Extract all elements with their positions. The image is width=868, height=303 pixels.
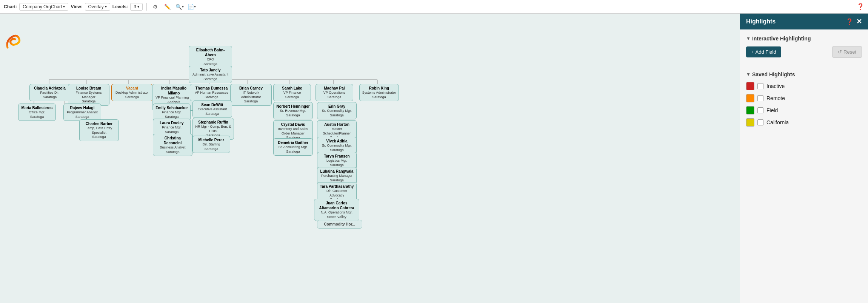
- chevron-interactive: ▼: [746, 36, 751, 41]
- highlights-panel: Highlights ❓ ✕ ▼ Interactive Highlightin…: [740, 14, 868, 303]
- node-juan[interactable]: Juan Carlos Altamarino Cabrera N.A. Oper…: [314, 199, 359, 221]
- remote-label: Remote: [766, 95, 785, 101]
- chevron-saved: ▼: [746, 72, 751, 77]
- california-label: California: [766, 119, 789, 125]
- node-madhav[interactable]: Madhav Pai VP Operations Saratoga: [315, 84, 353, 101]
- node-tato[interactable]: Tato Janely Administrative Assistant Sar…: [189, 66, 232, 83]
- logo: [4, 32, 23, 51]
- toolbar: Chart: Company OrgChart View: Overlay Le…: [0, 0, 868, 14]
- view-select[interactable]: Overlay: [85, 3, 110, 11]
- inactive-color-swatch: [746, 82, 754, 90]
- node-michelle[interactable]: Michelle Perez Dir. Staffing Saratoga: [192, 136, 230, 153]
- node-rajeev[interactable]: Rajeev Halagi Programmer Analyst Saratog…: [63, 104, 101, 121]
- highlight-item-inactive: Inactive: [746, 82, 862, 90]
- btn-row: + Add Field ↺ Reset: [746, 46, 862, 64]
- node-root[interactable]: Elisabeth Bahn-Ahern CFO Saratoga: [189, 46, 232, 68]
- interactive-highlighting-title: ▼ Interactive Highlighting: [746, 36, 862, 42]
- levels-select[interactable]: 3: [130, 3, 143, 11]
- field-color-swatch: [746, 106, 754, 114]
- chart-select[interactable]: Company OrgChart: [19, 3, 68, 11]
- add-field-button[interactable]: + Add Field: [746, 46, 781, 57]
- help-panel-icon[interactable]: ❓: [846, 18, 853, 25]
- highlights-header: Highlights ❓ ✕: [740, 14, 868, 29]
- california-color-swatch: [746, 118, 754, 127]
- highlight-item-california: California: [746, 118, 862, 127]
- highlight-item-field: Field: [746, 106, 862, 114]
- node-sean[interactable]: Sean DeWitt Executive Assistant Saratoga: [192, 100, 232, 118]
- node-claudia[interactable]: Claudia Adriazola Facilities Dir. Sarato…: [29, 84, 70, 101]
- chart-area[interactable]: Elisabeth Bahn-Ahern CFO Saratoga Tato J…: [0, 14, 740, 303]
- highlights-body: ▼ Interactive Highlighting + Add Field ↺…: [740, 29, 868, 303]
- node-christina[interactable]: Christina Deconcini Business Analyst Sar…: [153, 134, 192, 156]
- remote-color-swatch: [746, 94, 754, 102]
- node-brian[interactable]: Brian Carney IT Network Administrator Sa…: [230, 84, 272, 106]
- highlights-title: Highlights: [746, 18, 776, 25]
- california-checkbox[interactable]: [757, 119, 763, 125]
- saved-highlights-section: ▼ Saved Highlights Inactive Remote: [746, 71, 862, 127]
- node-norbert[interactable]: Norbert Henninger Sr. Revenue Mgr. Sarat…: [273, 102, 313, 119]
- levels-label: Levels:: [112, 4, 128, 9]
- main-area: Elisabeth Bahn-Ahern CFO Saratoga Tato J…: [0, 14, 868, 303]
- org-chart-container: Elisabeth Bahn-Ahern CFO Saratoga Tato J…: [4, 17, 411, 301]
- node-maria[interactable]: Maria Ballesteros Office Mgr. Saratoga: [18, 104, 56, 121]
- node-sarah[interactable]: Sarah Lake VP Finance Saratoga: [273, 84, 311, 101]
- field-label: Field: [766, 107, 778, 113]
- zoom-icon[interactable]: 🔍: [175, 2, 185, 12]
- divider-1: [146, 3, 147, 11]
- close-panel-icon[interactable]: ✕: [856, 17, 862, 26]
- reset-button[interactable]: ↺ Reset: [832, 46, 862, 58]
- node-robin[interactable]: Robin King Systems Administrator Saratog…: [359, 84, 399, 101]
- node-charles[interactable]: Charles Barber Temp, Data Entry Speciali…: [79, 119, 119, 141]
- node-demetria[interactable]: Demetria Gaither Sr. Accounting Mgr. Sar…: [273, 138, 313, 156]
- field-checkbox[interactable]: [757, 107, 763, 113]
- node-thomas[interactable]: Thomas Dumessa VP Human Resources Sarato…: [190, 84, 233, 101]
- edit-icon[interactable]: ✏️: [163, 2, 172, 12]
- help-icon[interactable]: ❓: [857, 3, 864, 10]
- node-vacant[interactable]: Vacant Desktop Administrator Saratoga: [111, 84, 153, 101]
- node-erin[interactable]: Erin Gray Sr. Commodity Mgr. Saratoga: [317, 102, 357, 119]
- inactive-label: Inactive: [766, 83, 785, 89]
- node-commodity-hor[interactable]: Commodity Hor...: [317, 220, 362, 229]
- node-louise[interactable]: Louise Bream Finance Systems Manager Sar…: [68, 84, 109, 106]
- highlight-item-remote: Remote: [746, 94, 862, 102]
- chart-label: Chart:: [4, 4, 17, 9]
- remote-checkbox[interactable]: [757, 95, 763, 101]
- view-label: View:: [71, 4, 82, 9]
- saved-highlights-title: ▼ Saved Highlights: [746, 71, 862, 77]
- export-icon[interactable]: 📄: [187, 2, 197, 12]
- inactive-checkbox[interactable]: [757, 83, 763, 89]
- filter-icon[interactable]: ⚙: [151, 2, 160, 12]
